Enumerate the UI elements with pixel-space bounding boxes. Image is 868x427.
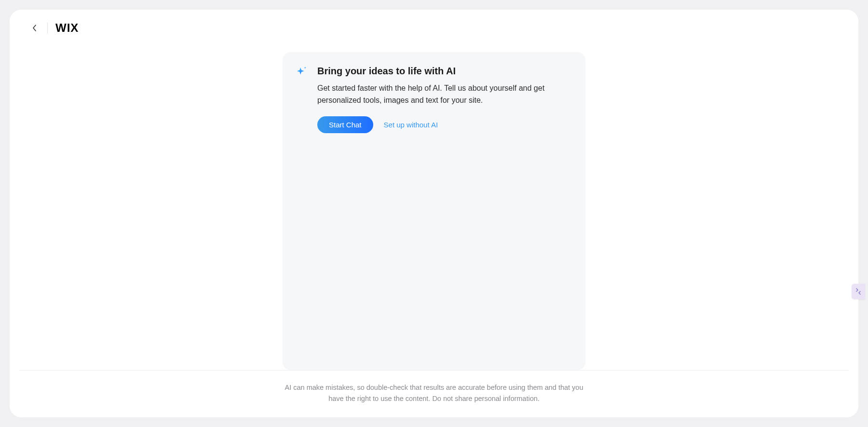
card-actions: Start Chat Set up without AI bbox=[317, 116, 570, 133]
chevron-left-icon bbox=[33, 25, 37, 31]
app-container: WIX Bring your ideas to life with AI bbox=[10, 10, 858, 417]
ai-disclaimer: AI can make mistakes, so double-check th… bbox=[280, 382, 588, 404]
sparkle-icon bbox=[296, 67, 307, 77]
wix-logo[interactable]: WIX bbox=[55, 21, 79, 35]
header-divider bbox=[47, 23, 48, 33]
collapse-panel-button[interactable] bbox=[852, 284, 865, 299]
card-title: Bring your ideas to life with AI bbox=[317, 66, 570, 77]
setup-without-ai-link[interactable]: Set up without AI bbox=[384, 121, 438, 129]
back-button[interactable] bbox=[30, 23, 40, 33]
main-content: Bring your ideas to life with AI Get sta… bbox=[10, 46, 858, 370]
sparkle-icon-wrap bbox=[296, 66, 307, 357]
card-body: Bring your ideas to life with AI Get sta… bbox=[317, 66, 570, 357]
collapse-icon bbox=[855, 288, 862, 295]
footer: AI can make mistakes, so double-check th… bbox=[19, 370, 849, 417]
header: WIX bbox=[10, 10, 858, 46]
ai-intro-card: Bring your ideas to life with AI Get sta… bbox=[283, 52, 585, 370]
start-chat-button[interactable]: Start Chat bbox=[317, 116, 373, 133]
card-description: Get started faster with the help of AI. … bbox=[317, 83, 570, 107]
